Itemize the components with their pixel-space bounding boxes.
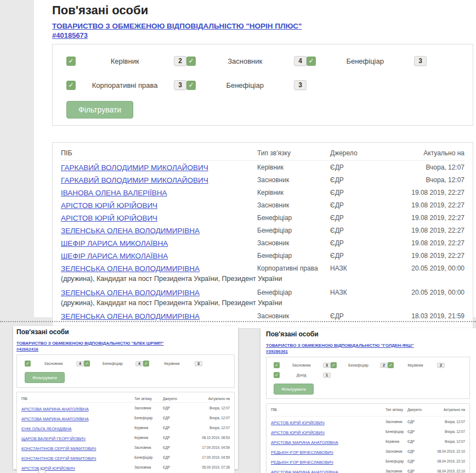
person-link[interactable]: АРІСТОВА МАРИНА АНАТОЛІЇВНА: [21, 407, 89, 412]
header-date: Актуально на: [191, 397, 230, 401]
filter-checkbox-group[interactable]: ✓ Керівник 2: [388, 362, 445, 368]
filter-checkbox-group[interactable]: ✓ Бенефіціар 3: [186, 80, 307, 90]
relation-type-cell: Бенефіціар: [386, 430, 407, 433]
person-link[interactable]: ШЕФІР ЛАРИСА МИКОЛАЇВНА: [61, 252, 168, 260]
checkbox-checked-icon[interactable]: ✓: [25, 361, 31, 367]
header-type: Тип зв'язку: [386, 408, 407, 412]
relation-type-cell: Керівник: [386, 440, 407, 443]
checkbox-checked-icon[interactable]: ✓: [143, 361, 149, 367]
filter-checkbox-group[interactable]: ✓ Керівник 3: [143, 361, 202, 367]
person-link[interactable]: АРІСТОВ ЮРІЙ ЮРІЙОВИЧ: [271, 430, 325, 435]
person-link[interactable]: РЕДЬКІН ІГОР ВЯЧЕСЛАВОВИЧ: [271, 460, 333, 465]
filter-checkbox-group[interactable]: ✓ Корпоративні права 3: [66, 80, 186, 90]
person-link[interactable]: ЄНІК ОЛЬГА ЛЕОНІДІВНА: [21, 426, 71, 431]
checkbox-checked-icon[interactable]: ✓: [307, 57, 316, 66]
date-cell: Вчора, 12:07: [429, 440, 465, 443]
table-header-row: ПІБ Тип зв'язку Джерело Актуально на: [61, 146, 464, 161]
checkbox-checked-icon[interactable]: ✓: [186, 81, 196, 90]
company-id-link[interactable]: #42662416: [16, 347, 38, 352]
person-link[interactable]: РЕДЬКІН ІГОР ВЯЧЕСЛАВОВИЧ: [271, 450, 333, 455]
person-link[interactable]: АРІСТОВ ЮРІЙ ЮРІЙОВИЧ: [271, 420, 325, 425]
checkbox-checked-icon[interactable]: ✓: [331, 362, 337, 368]
date-cell: 18.03 2019, 21:59: [392, 312, 464, 320]
person-link[interactable]: АРІСТОВА МАРИНА АНАТОЛІЇВНА: [21, 416, 89, 421]
person-link[interactable]: ШЕФІР ЛАРИСА МИКОЛАЇВНА: [61, 239, 168, 247]
filter-count-badge: 4: [76, 361, 84, 366]
person-link[interactable]: ГАРКАВИЙ ВОЛОДИМИР МИКОЛАЙОВИЧ: [61, 176, 208, 184]
filter-checkbox-group[interactable]: ✓ Засновник 4: [186, 56, 307, 66]
company-link[interactable]: ТОВАРИСТВО З ОБМЕЖЕНОЮ ВІДПОВІДАЛЬНІСТЮ …: [52, 22, 302, 31]
table-row: ЩАРОВ ВАЛЕРІЙ ГЕОРГІЙОВИЧ Керівник ЄДР 0…: [21, 432, 230, 442]
filter-panel: ✓ Засновник 3 ✓ Бенефіціар 2 ✓ Керівник …: [266, 357, 470, 399]
person-link[interactable]: ЗЕЛЕНСЬКА ОЛЕНА ВОЛОДИМИРІВНА: [61, 312, 200, 320]
person-name-cell: АРІСТОВ ЮРІЙ ЮРІЙОВИЧ: [271, 416, 386, 426]
person-link[interactable]: ГАРКАВИЙ ВОЛОДИМИР МИКОЛАЙОВИЧ: [61, 164, 208, 172]
date-cell: Вчора, 12:07: [392, 164, 464, 171]
filter-panel: ✓ Керівник 2 ✓ Засновник 4 ✓ Бенефіціар …: [52, 44, 473, 126]
person-link[interactable]: ЗЕЛЕНСЬКА ОЛЕНА ВОЛОДИМИРІВНА: [61, 289, 200, 297]
person-note: (дружина), Кандидат на пост Президента У…: [61, 274, 464, 286]
person-link[interactable]: ЩАРОВ ВАЛЕРІЙ ГЕОРГІЙОВИЧ: [21, 436, 86, 441]
filter-checkbox-group[interactable]: ✓ Керівник 2: [66, 56, 186, 66]
relation-type-cell: Засновник: [134, 406, 163, 410]
filter-button[interactable]: Фільтрувати: [274, 384, 314, 395]
person-link[interactable]: АРІСТОВА МАРИНА АНАТОЛІЇВНА: [271, 470, 338, 473]
filter-label: Засновник: [31, 362, 76, 365]
checkbox-checked-icon[interactable]: ✓: [66, 57, 76, 66]
header-date: Актуально на: [429, 408, 465, 412]
filter-button[interactable]: Фільтрувати: [25, 372, 65, 383]
checkbox-checked-icon[interactable]: ✓: [84, 361, 90, 367]
source-cell: ЄДР: [163, 465, 191, 469]
filter-label: Корпоративні права: [76, 81, 174, 89]
table-row: РЕДЬКІН ІГОР ВЯЧЕСЛАВОВИЧ Засновник ЄДР …: [271, 446, 465, 456]
dotted-divider: [0, 321, 476, 322]
checkbox-checked-icon[interactable]: ✓: [274, 372, 280, 378]
filter-checkbox-list: ✓ Засновник 3 ✓ Бенефіціар 2 ✓ Керівник …: [274, 362, 449, 378]
filter-checkbox-group[interactable]: ✓ Бенефіціар 3: [307, 56, 427, 66]
person-name-cell: ІВАНОВА ОЛЕНА ВАЛЕРІЇВНА: [61, 188, 257, 198]
relations-table: ПІБ Тип зв'язку Джерело Актуально на АРІ…: [266, 403, 470, 473]
company-id-link[interactable]: #39286361: [266, 349, 288, 354]
filter-checkbox-group[interactable]: ✓ Бенефіціар 2: [331, 362, 388, 368]
person-link[interactable]: КОНСТАНТІНОВ СЕРГІЙ МИКИТОВИЧ: [21, 456, 96, 461]
company-link[interactable]: ТОВАРИСТВО З ОБМЕЖЕНОЮ ВІДПОВІДАЛЬНІСТЮ …: [266, 343, 414, 348]
panel-title: Пов'язані особи: [16, 328, 235, 336]
person-link[interactable]: АРІСТОВА МАРИНА АНАТОЛІЇВНА: [271, 440, 338, 445]
person-link[interactable]: КОНСТАНТІНОВ СЕРГІЙ МИКИТОВИЧ: [21, 446, 96, 451]
source-cell: ЄДР: [163, 416, 191, 420]
date-cell: Вчора, 12:07: [191, 416, 230, 420]
source-cell: ЄДР: [330, 239, 392, 247]
company-link[interactable]: ТОВАРИСТВО З ОБМЕЖЕНОЮ ВІДПОВІДАЛЬНІСТЮ …: [16, 341, 164, 346]
table-row: АРІСТОВА МАРИНА АНАТОЛІЇВНА Засновник ЄД…: [271, 466, 465, 473]
filter-checkbox-list: ✓ Засновник 4 ✓ Бенефіціар 4 ✓ Керівник …: [25, 361, 211, 367]
filter-count-badge: 4: [135, 361, 143, 366]
table-row: АРІСТОВА МАРИНА АНАТОЛІЇВНА Засновник ЄД…: [21, 403, 230, 413]
checkbox-checked-icon[interactable]: ✓: [388, 362, 394, 368]
pagination-stub[interactable]: [38, 470, 46, 473]
person-link[interactable]: АРІСТОВ ЮРІЙ ЮРІЙОВИЧ: [61, 214, 157, 222]
checkbox-checked-icon[interactable]: ✓: [66, 81, 76, 90]
filter-label: Бенефіціар: [90, 362, 135, 365]
date-cell: 20.05 2019, 00:00: [392, 289, 464, 296]
filter-checkbox-group[interactable]: ✓ Засновник 4: [25, 361, 84, 367]
filter-checkbox-group[interactable]: ✓ Засновник 3: [274, 362, 331, 368]
filter-count-badge: 2: [174, 56, 186, 66]
relation-type-cell: Керівник: [134, 436, 163, 440]
checkbox-checked-icon[interactable]: ✓: [274, 362, 280, 368]
company-id-link[interactable]: #40185673: [52, 31, 88, 40]
person-link[interactable]: АРІСТОВ ЮРІЙ ЮРІЙОВИЧ: [61, 201, 157, 210]
person-link[interactable]: ІВАНОВА ОЛЕНА ВАЛЕРІЇВНА: [61, 189, 167, 197]
source-cell: ЄДР: [330, 214, 392, 222]
checkbox-checked-icon[interactable]: ✓: [186, 57, 196, 66]
filter-button[interactable]: Фільтрувати: [66, 101, 133, 119]
person-link[interactable]: ЗЕЛЕНСЬКА ОЛЕНА ВОЛОДИМИРІВНА: [61, 264, 200, 273]
filter-label: Керівник: [149, 362, 195, 365]
table-row: АРІСТОВ ЮРІЙ ЮРІЙОВИЧ Засновник ЄДР 19.0…: [61, 199, 464, 211]
source-cell: ЄДР: [330, 252, 392, 260]
table-row: АРІСТОВ ЮРІЙ ЮРІЙОВИЧ Бенефіціар ЄДР 19.…: [61, 211, 464, 224]
table-row: ЗЕЛЕНСЬКА ОЛЕНА ВОЛОДИМИРІВНА Бенефіціар…: [61, 224, 464, 236]
filter-checkbox-group[interactable]: ✓ Дохід 1: [274, 372, 331, 378]
person-link[interactable]: ЗЕЛЕНСЬКА ОЛЕНА ВОЛОДИМИРІВНА: [61, 227, 200, 235]
filter-checkbox-group[interactable]: ✓ Бенефіціар 4: [84, 361, 143, 367]
person-link[interactable]: АРІСТОВ ЮРІЙ ЮРІЙОВИЧ: [21, 466, 75, 471]
